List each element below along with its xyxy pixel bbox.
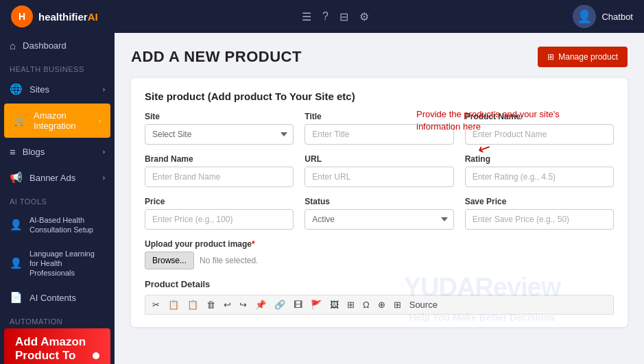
url-label: URL	[305, 154, 453, 164]
manage-btn-label: Manage product	[558, 52, 618, 62]
title-label: Title	[305, 112, 453, 121]
sidebar-item-ai-contents[interactable]: 📄 AI Contents	[0, 284, 115, 311]
form-row-2: Brand Name URL Rating	[145, 154, 614, 187]
sidebar-item-label: Blogs	[23, 147, 45, 157]
editor-link[interactable]: 🔗	[272, 298, 288, 311]
sidebar-item-ai-health[interactable]: 👤 AI-Based Health Consultation Setup	[0, 208, 115, 242]
url-input[interactable]	[305, 167, 453, 187]
avatar: 👤	[573, 5, 596, 28]
page-header: ADD A NEW PRODUCT ⊞ Manage product	[131, 47, 628, 67]
upload-label: Upload your product image*	[145, 239, 614, 249]
form-group-product-name: Product Name	[465, 112, 614, 145]
sidebar-section-ai: AI Tools	[0, 191, 115, 208]
main-content: ADD A NEW PRODUCT ⊞ Manage product Site …	[115, 33, 644, 364]
rating-input[interactable]	[465, 167, 614, 187]
editor-source[interactable]: Source	[407, 298, 440, 311]
form-card: Site product (Add product To Your Site e…	[131, 78, 628, 327]
topbar-right: 👤 Chatbot	[573, 5, 633, 28]
logo-text: healthifierAI	[38, 11, 98, 23]
product-details-title: Product Details	[145, 279, 614, 289]
product-name-label: Product Name	[465, 112, 614, 121]
editor-grid[interactable]: ⊞	[391, 298, 404, 311]
status-label: Status	[305, 197, 453, 206]
upload-section: Upload your product image* Browse... No …	[145, 239, 614, 269]
editor-image[interactable]: 🖼	[327, 298, 342, 311]
logo-icon: H	[11, 5, 33, 27]
chatbot-label[interactable]: Chatbot	[601, 12, 633, 22]
file-name: No file selected.	[200, 256, 258, 265]
file-row: Browse... No file selected.	[145, 252, 614, 269]
sidebar-item-amazon[interactable]: 🛒 Amazon Integration ›	[4, 104, 110, 138]
sidebar-item-label: Dashboard	[23, 40, 67, 51]
form-group-rating: Rating	[465, 154, 614, 187]
editor-redo[interactable]: ↪	[237, 298, 250, 311]
editor-special-char[interactable]: Ω	[360, 298, 372, 311]
sidebar-item-label: Amazon Integration	[34, 110, 92, 131]
sidebar-item-blogs[interactable]: ≡ Blogs ›	[0, 139, 115, 165]
editor-copy[interactable]: 📋	[165, 298, 182, 311]
sidebar-item-dashboard[interactable]: ⌂ Dashboard	[0, 33, 115, 58]
add-amazon-banner[interactable]: Add Amazon Product To Your Site	[4, 328, 110, 364]
grid-icon[interactable]: ⊟	[339, 10, 348, 23]
form-group-status: Status Active Inactive	[305, 197, 453, 230]
topbar-icons: ☰ ? ⊟ ⚙	[302, 10, 369, 23]
status-select[interactable]: Active Inactive	[305, 209, 453, 230]
title-input[interactable]	[305, 124, 453, 145]
product-name-input[interactable]	[465, 124, 614, 145]
manage-icon: ⊞	[547, 52, 554, 62]
sidebar-section-auto: Automation	[0, 311, 115, 328]
gift-icon[interactable]: ⚙	[359, 10, 369, 23]
topbar: H healthifierAI ☰ ? ⊟ ⚙ 👤 Chatbot	[0, 0, 644, 33]
form-row-3: Price Status Active Inactive Save Price	[145, 197, 614, 230]
form-group-url: URL	[305, 154, 453, 187]
sidebar-item-label: Banner Ads	[29, 173, 75, 183]
sidebar-item-sites[interactable]: 🌐 Sites ›	[0, 76, 115, 102]
save-price-label: Save Price	[465, 197, 614, 206]
manage-product-button[interactable]: ⊞ Manage product	[538, 47, 628, 67]
browse-button[interactable]: Browse...	[145, 252, 194, 269]
form-group-price: Price	[145, 197, 294, 230]
form-group-title: Title	[305, 112, 453, 145]
editor-paste[interactable]: 📋	[184, 298, 201, 311]
editor-table[interactable]: ⊞	[344, 298, 357, 311]
form-group-site: Site Select Site	[145, 112, 294, 145]
editor-plus[interactable]: ⊕	[375, 298, 388, 311]
form-card-title: Site product (Add product To Your Site e…	[145, 90, 614, 102]
menu-icon[interactable]: ☰	[302, 10, 311, 23]
editor-undo[interactable]: ↩	[221, 298, 234, 311]
arrow-icon: ›	[103, 174, 105, 182]
form-group-brand: Brand Name	[145, 154, 294, 187]
main-wrapper: Provide the product's and your site's in…	[115, 33, 644, 364]
sidebar-item-banner-ads[interactable]: 📢 Banner Ads ›	[0, 165, 115, 191]
sidebar-section-health: Health Business	[0, 58, 115, 76]
dashboard-icon: ⌂	[10, 40, 16, 51]
banner-text: Add Amazon Product To Your Site	[15, 335, 87, 364]
sites-icon: 🌐	[10, 83, 23, 95]
sidebar-item-label: Sites	[29, 84, 49, 95]
site-select[interactable]: Select Site	[145, 124, 294, 145]
editor-cut[interactable]: ✂	[150, 298, 163, 311]
blogs-icon: ≡	[10, 146, 16, 158]
save-price-input[interactable]	[465, 209, 614, 230]
editor-flag[interactable]: 🚩	[308, 298, 324, 311]
app-logo: H healthifierAI	[11, 5, 98, 27]
sidebar: ⌂ Dashboard Health Business 🌐 Sites › 🛒 …	[0, 33, 115, 364]
form-group-save-price: Save Price	[465, 197, 614, 230]
editor-anchor[interactable]: 📌	[252, 298, 269, 311]
sidebar-item-lang-learn[interactable]: 👤 Language Learning for Health Professio…	[0, 242, 115, 285]
site-label: Site	[145, 112, 294, 121]
editor-toolbar: ✂ 📋 📋 🗑 ↩ ↪ 📌 🔗 🎞 🚩 🖼 ⊞ Ω ⊕	[145, 295, 614, 315]
brand-label: Brand Name	[145, 154, 294, 164]
page-title: ADD A NEW PRODUCT	[131, 48, 302, 66]
price-input[interactable]	[145, 209, 294, 230]
help-icon[interactable]: ?	[322, 10, 329, 23]
brand-input[interactable]	[145, 167, 294, 187]
banner-ads-icon: 📢	[10, 171, 23, 184]
editor-media[interactable]: 🎞	[291, 298, 305, 311]
ai-contents-icon: 📄	[10, 291, 23, 304]
lang-icon: 👤	[10, 257, 23, 269]
content-area: ADD A NEW PRODUCT ⊞ Manage product Site …	[115, 33, 644, 364]
arrow-icon: ›	[103, 86, 105, 93]
editor-delete[interactable]: 🗑	[204, 298, 218, 311]
banner-dot	[93, 352, 99, 359]
